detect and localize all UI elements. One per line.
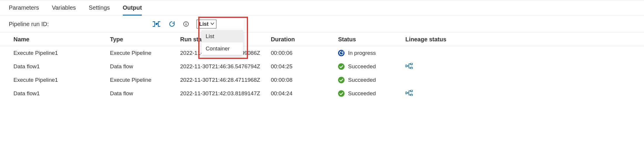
col-status[interactable]: Status	[338, 36, 405, 43]
table-row[interactable]: Data flow1Data flow2022-11-30T21:42:03.8…	[0, 87, 644, 100]
cell-lineage[interactable]	[405, 90, 464, 97]
pipeline-run-id-label: Pipeline run ID:	[9, 21, 49, 28]
success-icon	[338, 90, 345, 97]
cell-type: Data flow	[110, 90, 180, 97]
svg-rect-3	[186, 24, 186, 25]
cell-run-start: 2022-11-30T21:46:28.4711968Z	[180, 77, 271, 83]
status-text: In progress	[348, 50, 376, 56]
cell-run-start: 2022-11-30T21:42:03.8189147Z	[180, 90, 271, 97]
cell-status: Succeeded	[338, 77, 405, 83]
refresh-icon[interactable]	[168, 21, 175, 28]
table-header: Name Type Run start Duration Status Line…	[0, 32, 644, 46]
svg-point-2	[186, 23, 187, 23]
cell-duration: 00:00:06	[271, 50, 338, 56]
cell-run-start: 2022-11-30T21:46:36.5476794Z	[180, 63, 271, 70]
success-icon	[338, 63, 345, 70]
tab-output[interactable]: Output	[123, 0, 142, 16]
cell-duration: 00:04:25	[271, 63, 338, 70]
cell-name: Data flow1	[13, 90, 110, 97]
view-mode-selected: List	[199, 21, 209, 27]
status-text: Succeeded	[348, 90, 376, 97]
lineage-icon[interactable]	[405, 90, 413, 97]
cell-status: Succeeded	[338, 90, 405, 97]
tab-parameters[interactable]: Parameters	[9, 0, 39, 16]
output-toolbar: Pipeline run ID: List	[0, 16, 644, 32]
status-text: Succeeded	[348, 77, 376, 83]
table-row[interactable]: Execute Pipeline1Execute Pipeline2022-11…	[0, 73, 644, 87]
table-row[interactable]: Data flow1Data flow2022-11-30T21:46:36.5…	[0, 60, 644, 73]
col-type[interactable]: Type	[110, 36, 180, 43]
col-name[interactable]: Name	[13, 36, 110, 43]
cell-type: Execute Pipeline	[110, 77, 180, 83]
cell-name: Execute Pipeline1	[13, 77, 110, 83]
view-mode-dropdown: List Container	[202, 30, 243, 55]
in-progress-icon	[338, 50, 345, 56]
lineage-icon[interactable]	[405, 63, 413, 70]
cell-duration: 00:00:08	[271, 77, 338, 83]
tab-variables[interactable]: Variables	[52, 0, 76, 16]
cell-status: In progress	[338, 50, 405, 56]
input-output-icon[interactable]	[152, 21, 161, 27]
cell-name: Execute Pipeline1	[13, 50, 110, 56]
col-duration[interactable]: Duration	[271, 36, 338, 43]
cell-type: Execute Pipeline	[110, 50, 180, 56]
col-lineage[interactable]: Lineage status	[405, 36, 464, 43]
cell-name: Data flow1	[13, 63, 110, 70]
view-mode-select[interactable]: List	[197, 20, 216, 28]
tab-settings[interactable]: Settings	[89, 0, 110, 16]
cell-status: Succeeded	[338, 63, 405, 70]
info-icon[interactable]	[183, 21, 189, 27]
activity-runs-table: Name Type Run start Duration Status Line…	[0, 32, 644, 100]
cell-duration: 00:04:24	[271, 90, 338, 97]
success-icon	[338, 77, 345, 83]
tab-bar: Parameters Variables Settings Output	[0, 0, 644, 16]
status-text: Succeeded	[348, 63, 376, 70]
table-row[interactable]: Execute Pipeline1Execute Pipeline2022-11…	[0, 46, 644, 60]
chevron-down-icon	[210, 21, 214, 27]
cell-lineage[interactable]	[405, 63, 464, 70]
view-mode-option-list[interactable]: List	[202, 30, 243, 42]
cell-type: Data flow	[110, 63, 180, 70]
view-mode-option-container[interactable]: Container	[202, 42, 243, 55]
